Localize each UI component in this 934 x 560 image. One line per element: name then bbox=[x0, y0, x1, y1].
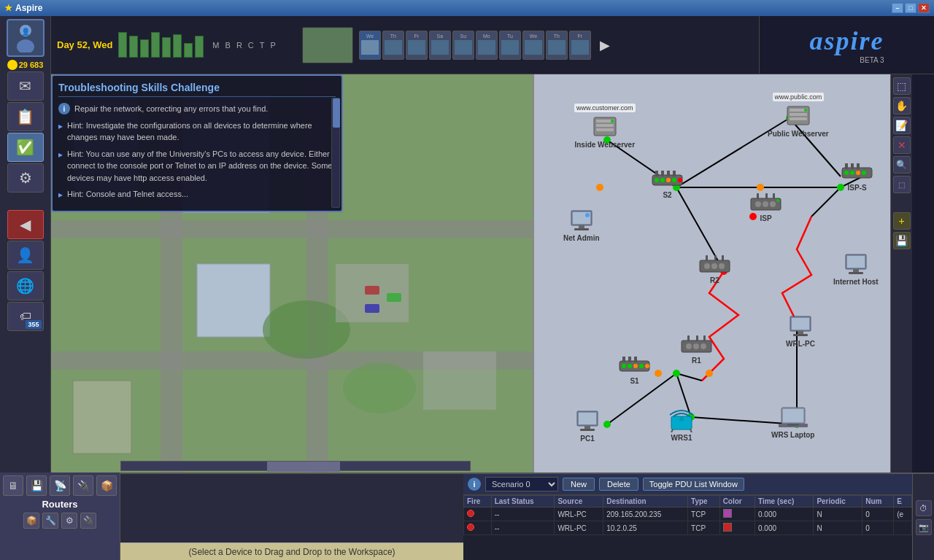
label-isp: ISP bbox=[760, 214, 771, 222]
hint-bullet-1: ▸ bbox=[58, 120, 63, 144]
sidebar-btn-person[interactable]: 👤 bbox=[7, 241, 44, 270]
skill-bar-1 bbox=[118, 32, 127, 58]
cal-we2[interactable]: We bbox=[522, 31, 544, 60]
device-icon-4[interactable]: 🔌 bbox=[73, 475, 93, 496]
device-isp[interactable]: ISP bbox=[749, 191, 782, 222]
device-wrs1[interactable]: WRS1 bbox=[665, 406, 698, 442]
router-type-4[interactable]: 🔌 bbox=[80, 513, 96, 529]
minimize-button[interactable]: – bbox=[892, 3, 903, 13]
pdu-row-1[interactable]: -- WRL-PC 209.165.200.235 TCP 0.000 N 0 … bbox=[464, 508, 912, 521]
fr-delete-btn[interactable]: ✕ bbox=[893, 136, 911, 154]
label-r1: R1 bbox=[692, 357, 701, 365]
stat-t: T bbox=[260, 41, 265, 50]
sidebar-btn-gear[interactable]: ⚙ bbox=[7, 163, 44, 192]
device-r2[interactable]: R2 bbox=[698, 253, 731, 284]
dialog-content: i Repair the network, correcting any err… bbox=[58, 103, 336, 205]
svg-line-123 bbox=[671, 429, 673, 432]
router-type-1[interactable]: 📦 bbox=[23, 513, 39, 529]
device-wrs-laptop[interactable]: WRS Laptop bbox=[771, 406, 814, 439]
stat-b: B bbox=[225, 41, 231, 50]
src-1: WRL-PC bbox=[555, 508, 603, 521]
stat-r: R bbox=[236, 41, 242, 50]
device-net-admin[interactable]: Net Admin bbox=[563, 209, 600, 242]
delete-button[interactable]: Delete bbox=[599, 478, 638, 491]
device-type-icons: 🖥 💾 📡 🔌 📦 bbox=[3, 475, 117, 496]
dst-2: 10.2.0.25 bbox=[603, 521, 688, 535]
toggle-pdu-button[interactable]: Toggle PDU List Window bbox=[643, 478, 744, 491]
device-wrl-pc[interactable]: WRL-PC bbox=[786, 315, 815, 348]
sidebar-btn-email[interactable]: ✉ bbox=[7, 71, 44, 101]
device-internet-host[interactable]: Internet Host bbox=[833, 253, 879, 286]
cal-fr[interactable]: Fr bbox=[406, 31, 428, 60]
svg-rect-47 bbox=[596, 124, 614, 127]
sidebar-btn-badge[interactable]: 🏷 355 bbox=[7, 302, 44, 331]
fr-hand-btn[interactable]: ✋ bbox=[893, 97, 911, 114]
fire-dot-1 bbox=[467, 510, 474, 517]
device-inside-webserver[interactable]: www.customer.com Inside Webserver bbox=[574, 104, 636, 149]
label-r2: R2 bbox=[710, 276, 719, 284]
svg-point-57 bbox=[660, 178, 665, 182]
cal-su1[interactable]: Su bbox=[452, 31, 474, 60]
cal-th2[interactable]: Th bbox=[546, 31, 568, 60]
device-icon-5[interactable]: 📦 bbox=[96, 475, 117, 496]
router-type-2[interactable]: 🔧 bbox=[42, 513, 58, 529]
switch-icon-isps bbox=[841, 162, 873, 182]
device-r1[interactable]: R1 bbox=[680, 333, 713, 365]
fr-note-btn[interactable]: 📝 bbox=[893, 117, 911, 134]
scroll-track[interactable] bbox=[331, 98, 340, 208]
device-icon-1[interactable]: 🖥 bbox=[3, 475, 23, 496]
h-scrollbar[interactable] bbox=[120, 461, 471, 471]
device-pc1[interactable]: PC1 bbox=[574, 410, 601, 443]
new-button[interactable]: New bbox=[563, 478, 595, 491]
device-isp-s[interactable]: ISP-S bbox=[841, 162, 873, 192]
svg-rect-6 bbox=[51, 220, 533, 238]
device-icon-2[interactable]: 💾 bbox=[26, 475, 47, 496]
maximize-button[interactable]: □ bbox=[905, 3, 916, 13]
cal-fr2[interactable]: Fr bbox=[569, 31, 591, 60]
close-button[interactable]: ✕ bbox=[918, 3, 930, 13]
device-public-webserver[interactable]: www.public.com Public Webserver bbox=[768, 93, 829, 138]
network-panel[interactable]: www.customer.com Inside Webserver www.pu… bbox=[533, 74, 890, 483]
svg-rect-96 bbox=[849, 272, 863, 274]
svg-point-98 bbox=[686, 343, 692, 349]
scenario-select-area[interactable]: Scenario 0 bbox=[485, 477, 558, 491]
device-icon-3[interactable]: 📡 bbox=[50, 475, 70, 496]
svg-rect-102 bbox=[696, 335, 698, 341]
router-type-3[interactable]: ⚙ bbox=[61, 513, 77, 529]
cal-th[interactable]: Th bbox=[382, 31, 404, 60]
svg-rect-71 bbox=[851, 163, 854, 169]
svg-line-124 bbox=[690, 429, 692, 432]
fr-zoom-btn[interactable]: 🔍 bbox=[893, 156, 911, 174]
cal-mo1[interactable]: Mo bbox=[476, 31, 498, 60]
col-e: E bbox=[894, 496, 912, 508]
fr-add-btn[interactable]: + bbox=[893, 212, 911, 230]
fr-dotted-btn[interactable]: ⬚ bbox=[893, 176, 911, 193]
cal-tu1[interactable]: Tu bbox=[499, 31, 521, 60]
sidebar-btn-globe[interactable]: 🌐 bbox=[7, 271, 44, 300]
skill-bar-3 bbox=[140, 39, 149, 58]
cal-we[interactable]: We bbox=[359, 31, 381, 60]
h-scroll-thumb[interactable] bbox=[267, 462, 340, 472]
sidebar-btn-clipboard[interactable]: 📋 bbox=[7, 102, 44, 131]
device-s2[interactable]: S2 bbox=[651, 169, 684, 199]
hint-bullet-2: ▸ bbox=[58, 148, 63, 184]
calendar-forward[interactable]: ▶ bbox=[600, 37, 610, 53]
svg-rect-82 bbox=[757, 193, 759, 199]
fr-save-btn[interactable]: 💾 bbox=[893, 232, 911, 249]
label-public-webserver: Public Webserver bbox=[768, 130, 829, 138]
device-s1[interactable]: S1 bbox=[618, 355, 651, 385]
scenario-dropdown[interactable]: Scenario 0 bbox=[485, 477, 558, 491]
sidebar-btn-checkmark[interactable]: ✅ bbox=[7, 133, 44, 162]
time-btn-2[interactable]: 📷 bbox=[916, 519, 932, 535]
svg-point-54 bbox=[804, 109, 807, 112]
svg-rect-116 bbox=[634, 357, 637, 362]
fr-select-btn[interactable]: ⬚ bbox=[893, 77, 911, 95]
cal-sa1[interactable]: Sa bbox=[429, 31, 451, 60]
time-btn-1[interactable]: ⏱ bbox=[916, 500, 932, 516]
time-1: 0.000 bbox=[755, 508, 814, 521]
svg-point-77 bbox=[585, 213, 590, 217]
scroll-thumb[interactable] bbox=[333, 98, 340, 128]
pdu-row-2[interactable]: -- WRL-PC 10.2.0.25 TCP 0.000 N 0 bbox=[464, 521, 912, 535]
sidebar-btn-back[interactable]: ◀ bbox=[7, 210, 44, 239]
svg-rect-16 bbox=[365, 286, 379, 295]
